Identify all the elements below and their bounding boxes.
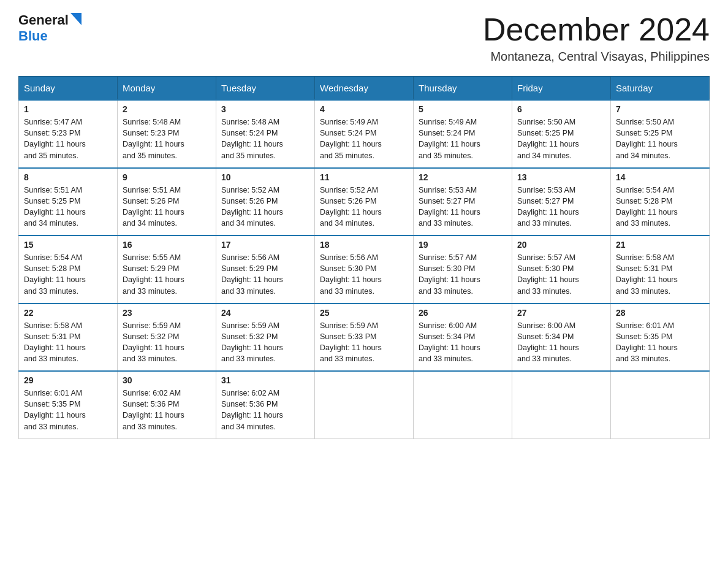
day-info: Sunrise: 5:59 AM Sunset: 5:32 PM Dayligh… [123,320,211,365]
day-number: 2 [123,104,211,114]
weekday-header-sunday: Sunday [19,77,118,101]
weekday-header-friday: Friday [512,77,611,101]
day-info: Sunrise: 5:54 AM Sunset: 5:28 PM Dayligh… [24,252,112,297]
calendar-cell: 22Sunrise: 5:58 AM Sunset: 5:31 PM Dayli… [19,304,118,372]
calendar-cell [512,371,611,439]
calendar-cell: 14Sunrise: 5:54 AM Sunset: 5:28 PM Dayli… [611,168,710,236]
weekday-header-wednesday: Wednesday [315,77,414,101]
calendar-cell: 10Sunrise: 5:52 AM Sunset: 5:26 PM Dayli… [216,168,315,236]
day-info: Sunrise: 6:00 AM Sunset: 5:34 PM Dayligh… [517,320,605,365]
logo-line1: General [18,12,82,28]
calendar-cell: 27Sunrise: 6:00 AM Sunset: 5:34 PM Dayli… [512,304,611,372]
title-block: December 2024 Montaneza, Central Visayas… [483,12,710,64]
calendar-cell: 26Sunrise: 6:00 AM Sunset: 5:34 PM Dayli… [414,304,512,372]
calendar-table: SundayMondayTuesdayWednesdayThursdayFrid… [18,76,710,439]
day-info: Sunrise: 5:51 AM Sunset: 5:26 PM Dayligh… [123,185,211,229]
day-number: 26 [419,308,507,318]
day-info: Sunrise: 5:50 AM Sunset: 5:25 PM Dayligh… [517,117,605,161]
day-info: Sunrise: 5:53 AM Sunset: 5:27 PM Dayligh… [517,185,605,229]
day-info: Sunrise: 5:53 AM Sunset: 5:27 PM Dayligh… [419,185,507,229]
calendar-cell: 7Sunrise: 5:50 AM Sunset: 5:25 PM Daylig… [611,100,710,168]
calendar-cell [611,371,710,439]
day-number: 13 [517,172,605,182]
day-info: Sunrise: 5:52 AM Sunset: 5:26 PM Dayligh… [320,185,408,229]
page-header: General Blue December 2024 Montaneza, Ce… [18,12,710,64]
calendar-cell: 23Sunrise: 5:59 AM Sunset: 5:32 PM Dayli… [118,304,216,372]
weekday-header-tuesday: Tuesday [216,77,315,101]
day-number: 21 [616,240,704,250]
day-info: Sunrise: 5:50 AM Sunset: 5:25 PM Dayligh… [616,117,704,161]
day-info: Sunrise: 5:49 AM Sunset: 5:24 PM Dayligh… [419,117,507,161]
day-number: 11 [320,172,408,182]
day-number: 4 [320,104,408,114]
day-info: Sunrise: 6:01 AM Sunset: 5:35 PM Dayligh… [616,320,704,365]
day-number: 6 [517,104,605,114]
calendar-cell: 12Sunrise: 5:53 AM Sunset: 5:27 PM Dayli… [414,168,512,236]
calendar-cell [414,371,512,439]
day-number: 23 [123,308,211,318]
day-info: Sunrise: 6:01 AM Sunset: 5:35 PM Dayligh… [24,388,112,432]
calendar-cell: 25Sunrise: 5:59 AM Sunset: 5:33 PM Dayli… [315,304,414,372]
calendar-cell: 31Sunrise: 6:02 AM Sunset: 5:36 PM Dayli… [216,371,315,439]
calendar-cell: 16Sunrise: 5:55 AM Sunset: 5:29 PM Dayli… [118,236,216,304]
logo: General Blue [18,12,82,44]
location-text: Montaneza, Central Visayas, Philippines [483,50,710,64]
month-title: December 2024 [483,12,710,47]
day-info: Sunrise: 5:57 AM Sunset: 5:30 PM Dayligh… [419,252,507,297]
calendar-cell [315,371,414,439]
calendar-cell: 17Sunrise: 5:56 AM Sunset: 5:29 PM Dayli… [216,236,315,304]
day-number: 9 [123,172,211,182]
day-number: 20 [517,240,605,250]
day-number: 29 [24,375,112,385]
day-info: Sunrise: 5:48 AM Sunset: 5:23 PM Dayligh… [123,117,211,161]
calendar-body: 1Sunrise: 5:47 AM Sunset: 5:23 PM Daylig… [19,100,710,439]
day-number: 10 [221,172,309,182]
day-info: Sunrise: 5:49 AM Sunset: 5:24 PM Dayligh… [320,117,408,161]
calendar-cell: 6Sunrise: 5:50 AM Sunset: 5:25 PM Daylig… [512,100,611,168]
calendar-cell: 18Sunrise: 5:56 AM Sunset: 5:30 PM Dayli… [315,236,414,304]
day-number: 8 [24,172,112,182]
calendar-week-row: 15Sunrise: 5:54 AM Sunset: 5:28 PM Dayli… [19,236,710,304]
weekday-header-saturday: Saturday [611,77,710,101]
weekday-header-row: SundayMondayTuesdayWednesdayThursdayFrid… [19,77,710,101]
calendar-cell: 13Sunrise: 5:53 AM Sunset: 5:27 PM Dayli… [512,168,611,236]
calendar-cell: 8Sunrise: 5:51 AM Sunset: 5:25 PM Daylig… [19,168,118,236]
weekday-header-monday: Monday [118,77,216,101]
day-number: 14 [616,172,704,182]
calendar-week-row: 8Sunrise: 5:51 AM Sunset: 5:25 PM Daylig… [19,168,710,236]
day-number: 19 [419,240,507,250]
calendar-cell: 15Sunrise: 5:54 AM Sunset: 5:28 PM Dayli… [19,236,118,304]
day-number: 16 [123,240,211,250]
day-number: 22 [24,308,112,318]
calendar-cell: 21Sunrise: 5:58 AM Sunset: 5:31 PM Dayli… [611,236,710,304]
calendar-week-row: 22Sunrise: 5:58 AM Sunset: 5:31 PM Dayli… [19,304,710,372]
calendar-cell: 28Sunrise: 6:01 AM Sunset: 5:35 PM Dayli… [611,304,710,372]
logo-block: General Blue [18,12,82,44]
day-info: Sunrise: 5:55 AM Sunset: 5:29 PM Dayligh… [123,252,211,297]
day-info: Sunrise: 5:54 AM Sunset: 5:28 PM Dayligh… [616,185,704,229]
day-info: Sunrise: 5:48 AM Sunset: 5:24 PM Dayligh… [221,117,309,161]
day-number: 5 [419,104,507,114]
calendar-cell: 30Sunrise: 6:02 AM Sunset: 5:36 PM Dayli… [118,371,216,439]
calendar-cell: 19Sunrise: 5:57 AM Sunset: 5:30 PM Dayli… [414,236,512,304]
calendar-cell: 29Sunrise: 6:01 AM Sunset: 5:35 PM Dayli… [19,371,118,439]
day-number: 7 [616,104,704,114]
day-number: 30 [123,375,211,385]
day-info: Sunrise: 5:58 AM Sunset: 5:31 PM Dayligh… [616,252,704,297]
day-number: 24 [221,308,309,318]
day-info: Sunrise: 5:59 AM Sunset: 5:33 PM Dayligh… [320,320,408,365]
calendar-week-row: 29Sunrise: 6:01 AM Sunset: 5:35 PM Dayli… [19,371,710,439]
day-number: 18 [320,240,408,250]
calendar-header: SundayMondayTuesdayWednesdayThursdayFrid… [19,77,710,101]
calendar-cell: 3Sunrise: 5:48 AM Sunset: 5:24 PM Daylig… [216,100,315,168]
calendar-cell: 9Sunrise: 5:51 AM Sunset: 5:26 PM Daylig… [118,168,216,236]
day-info: Sunrise: 5:56 AM Sunset: 5:29 PM Dayligh… [221,252,309,297]
day-number: 31 [221,375,309,385]
day-info: Sunrise: 5:56 AM Sunset: 5:30 PM Dayligh… [320,252,408,297]
calendar-cell: 1Sunrise: 5:47 AM Sunset: 5:23 PM Daylig… [19,100,118,168]
day-number: 28 [616,308,704,318]
calendar-week-row: 1Sunrise: 5:47 AM Sunset: 5:23 PM Daylig… [19,100,710,168]
logo-triangle-icon [70,13,82,25]
calendar-cell: 5Sunrise: 5:49 AM Sunset: 5:24 PM Daylig… [414,100,512,168]
weekday-header-thursday: Thursday [414,77,512,101]
